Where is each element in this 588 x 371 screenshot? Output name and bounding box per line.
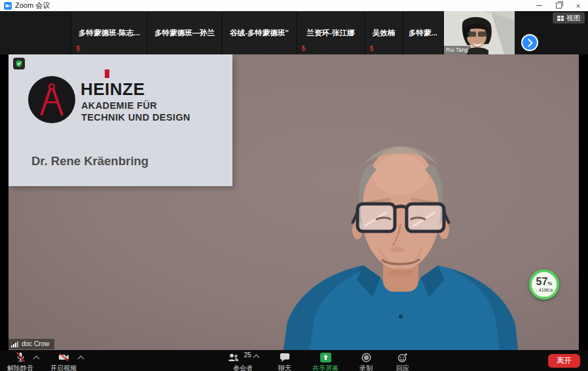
mic-muted-icon <box>75 45 81 52</box>
share-screen-icon <box>320 353 331 362</box>
record-label: 录制 <box>359 364 373 371</box>
slide-speaker-name: Dr. Rene Kräenbring <box>31 154 149 168</box>
window-controls: × <box>529 0 588 11</box>
self-video-name: Rui Tang <box>444 46 471 54</box>
start-video-button[interactable]: 开启视频 <box>48 352 79 371</box>
reactions-icon <box>397 353 408 362</box>
active-speaker-name-tag: doc Crow <box>9 339 54 349</box>
mic-muted-icon <box>16 352 26 362</box>
view-button-label: 视图 <box>566 14 580 23</box>
participant-name: 多特蒙德班—孙兰 <box>155 28 215 38</box>
chat-label: 聊天 <box>278 364 291 371</box>
network-stats-badge[interactable]: 57% ↓ 419K/s <box>529 269 559 300</box>
title-bar: Zoom 会议 × <box>0 0 588 12</box>
download-arrow-icon: ↓ <box>535 288 538 292</box>
stats-percent: 57 <box>536 276 548 287</box>
security-shield-icon[interactable] <box>13 58 25 69</box>
participant-name: 谷绒-多特蒙德班” <box>230 28 289 38</box>
leave-meeting-button[interactable]: 离开 <box>548 354 580 368</box>
mic-muted-icon <box>301 45 306 52</box>
signal-strength-icon <box>11 341 19 347</box>
mic-muted-icon <box>369 45 375 52</box>
participant-name: 兰资环-张江娜 <box>307 28 355 38</box>
close-icon[interactable]: × <box>568 0 588 11</box>
participant-tile[interactable]: 兰资环-张江娜 <box>297 11 364 54</box>
grid-view-icon <box>557 16 564 21</box>
record-button[interactable]: 录制 <box>350 352 382 371</box>
main-stage: HEINZE AKADEMIE FÜR TECHNIK UND DESIGN D… <box>0 54 588 350</box>
start-video-label: 开启视频 <box>50 364 77 371</box>
participants-label: 参会者 <box>233 364 253 371</box>
participant-tile-empty[interactable] <box>0 11 71 54</box>
chat-icon <box>280 353 290 362</box>
active-speaker-name: doc Crow <box>22 340 49 347</box>
record-icon <box>361 353 371 362</box>
participant-tile[interactable]: 多特蒙德班-陈志... <box>72 11 147 54</box>
share-screen-label: 共享屏幕 <box>312 364 339 371</box>
reactions-label: 回应 <box>396 364 409 371</box>
presentation-slide: HEINZE AKADEMIE FÜR TECHNIK UND DESIGN D… <box>9 54 232 186</box>
chat-button[interactable]: 聊天 <box>269 352 301 371</box>
meeting-toolbar: 解除静音 开启视频 25 参会者 聊天 <box>0 350 588 371</box>
participants-chevron[interactable] <box>253 354 259 361</box>
participant-name: 多特蒙德班-陈志... <box>79 28 140 38</box>
participant-name: 多特蒙... <box>409 28 437 38</box>
restore-icon[interactable] <box>549 0 568 11</box>
unmute-label: 解除静音 <box>7 364 33 371</box>
participant-filmstrip: 多特蒙德班-陈志... 多特蒙德班—孙兰 谷绒-多特蒙德班” 兰资环-张江娜 吴… <box>0 11 588 54</box>
chevron-right-icon <box>524 39 533 47</box>
unmute-button[interactable]: 解除静音 <box>5 352 35 371</box>
zoom-app-icon <box>4 2 12 10</box>
window-title: Zoom 会议 <box>15 1 50 10</box>
video-options-chevron[interactable] <box>78 356 84 362</box>
heinze-logo-icon <box>28 76 75 123</box>
stats-percent-sign: % <box>547 281 552 286</box>
participant-tile[interactable]: 多特蒙... <box>403 11 443 54</box>
active-speaker-video: HEINZE AKADEMIE FÜR TECHNIK UND DESIGN D… <box>9 54 579 350</box>
share-screen-button[interactable]: 共享屏幕 <box>310 352 341 371</box>
logo-subtitle-2: TECHNIK UND DESIGN <box>81 113 191 123</box>
zoom-meeting-window: Zoom 会议 × 多特蒙德班-陈志... 多特蒙德班—孙兰 谷绒-多特蒙德班”… <box>0 0 588 371</box>
participants-button[interactable]: 25 参会者 <box>217 352 268 371</box>
logo-red-dot <box>105 69 109 78</box>
participant-tile[interactable]: 谷绒-多特蒙德班” <box>223 11 296 54</box>
speaker-portrait <box>284 120 519 350</box>
camera-off-icon <box>58 353 69 362</box>
stats-rate: 419K/s <box>539 288 553 292</box>
view-button[interactable]: 视图 <box>553 12 585 24</box>
minimize-icon[interactable] <box>529 0 549 11</box>
participant-tile[interactable]: 多特蒙德班—孙兰 <box>148 11 221 54</box>
participant-name: 吴效楠 <box>373 28 395 38</box>
logo-title: HEINZE <box>81 81 145 98</box>
reactions-button[interactable]: 回应 <box>387 352 418 371</box>
self-video-tile[interactable]: Rui Tang <box>444 11 515 54</box>
participants-icon <box>227 353 240 362</box>
participant-tile[interactable]: 吴效楠 <box>365 11 402 54</box>
logo-subtitle-1: AKADEMIE FÜR <box>81 101 157 111</box>
participants-count: 25 <box>244 351 251 359</box>
expand-filmstrip-button[interactable] <box>521 34 538 51</box>
